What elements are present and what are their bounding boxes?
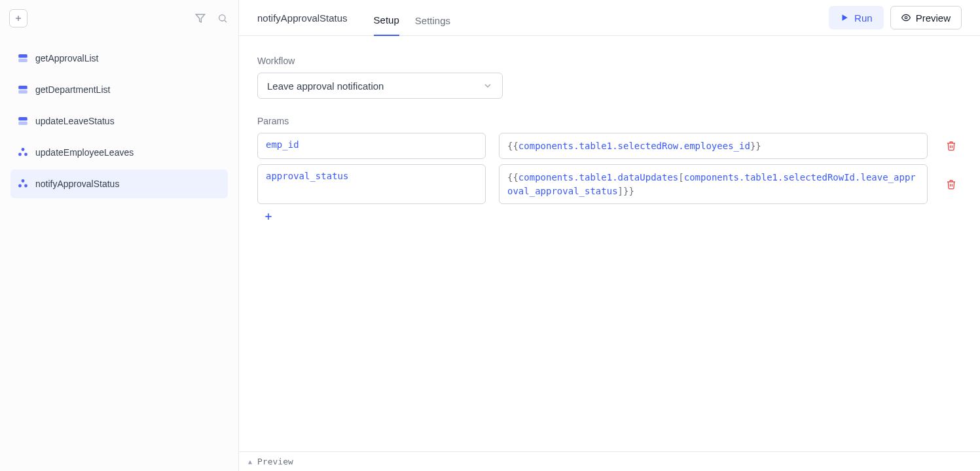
caret-up-icon: ▲ (248, 458, 252, 465)
sidebar-item-getApprovalList[interactable]: getApprovalList (10, 44, 228, 73)
plus-icon (263, 211, 274, 222)
preview-button[interactable]: Preview (890, 6, 962, 29)
search-icon (217, 13, 228, 24)
search-button[interactable] (216, 12, 229, 25)
main: notifyApprovalStatus SetupSettings Run P… (239, 0, 980, 471)
db-icon (17, 115, 29, 127)
workflow-icon (17, 178, 29, 190)
svg-point-15 (18, 184, 22, 188)
sidebar-item-label: getApprovalList (35, 53, 99, 63)
preview-bar-label: Preview (257, 457, 293, 466)
params-label: Params (257, 116, 962, 126)
workflow-select[interactable]: Leave approval notification (257, 73, 503, 99)
workflow-label: Workflow (257, 56, 962, 66)
svg-rect-6 (18, 59, 27, 62)
svg-point-14 (22, 179, 25, 183)
svg-rect-8 (18, 90, 27, 94)
param-value-input[interactable]: {{components.table1.dataUpdates[componen… (499, 164, 928, 204)
preview-bar[interactable]: ▲ Preview (239, 451, 980, 471)
sidebar-item-label: notifyApprovalStatus (35, 179, 119, 189)
tab-setup[interactable]: Setup (374, 3, 399, 36)
chevron-down-icon (482, 80, 493, 91)
sidebar-item-label: updateLeaveStatus (35, 116, 115, 126)
add-query-button[interactable] (9, 9, 27, 27)
param-key-input[interactable]: approval_status (257, 164, 486, 204)
workflow-selected-value: Leave approval notification (267, 80, 384, 92)
svg-rect-5 (18, 54, 27, 58)
db-icon (17, 52, 29, 64)
param-key-input[interactable]: emp_id (257, 133, 486, 159)
trash-icon (946, 141, 956, 151)
param-value-input[interactable]: {{components.table1.selectedRow.employee… (499, 133, 928, 159)
funnel-icon (195, 13, 206, 24)
tab-settings[interactable]: Settings (415, 3, 450, 35)
run-button-label: Run (854, 12, 873, 24)
svg-rect-7 (18, 86, 27, 89)
play-icon (840, 13, 849, 22)
tabs: SetupSettings (374, 0, 450, 35)
sidebar-item-updateEmployeeLeaves[interactable]: updateEmployeeLeaves (10, 138, 228, 167)
sidebar-list: getApprovalListgetDepartmentListupdateLe… (0, 36, 238, 206)
svg-point-11 (22, 148, 25, 151)
workflow-icon (17, 147, 29, 158)
content: Workflow Leave approval notification Par… (239, 36, 980, 471)
add-param-button[interactable] (257, 205, 280, 228)
trash-icon (946, 179, 956, 190)
sidebar-item-getDepartmentList[interactable]: getDepartmentList (10, 75, 228, 104)
svg-point-3 (219, 14, 225, 20)
svg-point-13 (24, 153, 27, 156)
svg-point-16 (24, 184, 27, 188)
filter-button[interactable] (194, 12, 207, 25)
db-icon (17, 84, 29, 96)
sidebar: getApprovalListgetDepartmentListupdateLe… (0, 0, 239, 471)
svg-point-18 (905, 16, 907, 19)
svg-rect-10 (18, 122, 27, 125)
svg-marker-2 (196, 14, 204, 22)
run-button[interactable]: Run (829, 6, 884, 29)
delete-param-button[interactable] (941, 133, 962, 159)
svg-rect-9 (18, 117, 27, 120)
svg-marker-17 (843, 14, 848, 20)
page-title: notifyApprovalStatus (257, 12, 348, 24)
delete-param-button[interactable] (941, 164, 962, 204)
sidebar-header (0, 0, 238, 36)
svg-point-12 (18, 153, 22, 156)
params-table: emp_id{{components.table1.selectedRow.em… (257, 133, 962, 204)
sidebar-item-label: updateEmployeeLeaves (35, 147, 134, 158)
sidebar-item-notifyApprovalStatus[interactable]: notifyApprovalStatus (10, 169, 228, 198)
plus-icon (14, 14, 23, 23)
preview-button-label: Preview (916, 12, 951, 24)
main-header: notifyApprovalStatus SetupSettings Run P… (239, 0, 980, 36)
eye-icon (901, 13, 911, 22)
sidebar-item-label: getDepartmentList (35, 84, 110, 95)
param-row: approval_status{{components.table1.dataU… (257, 164, 962, 204)
param-row: emp_id{{components.table1.selectedRow.em… (257, 133, 962, 159)
svg-line-4 (225, 20, 227, 22)
sidebar-item-updateLeaveStatus[interactable]: updateLeaveStatus (10, 107, 228, 135)
